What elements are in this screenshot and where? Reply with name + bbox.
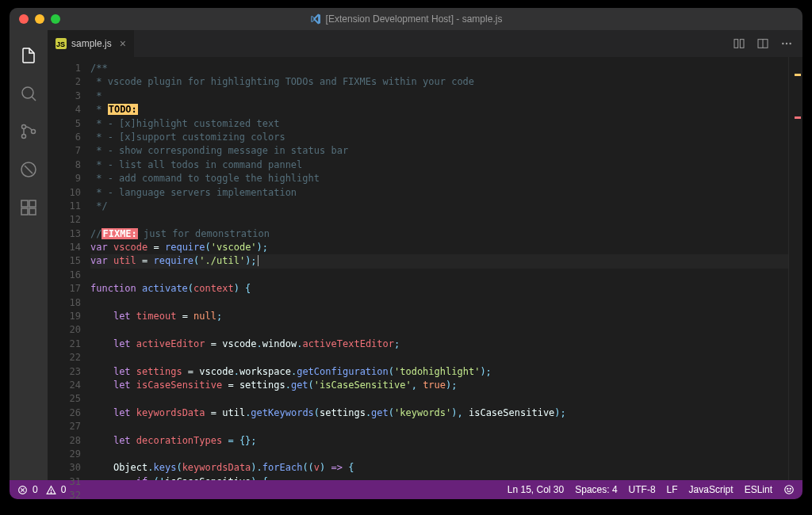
svg-point-0 [22,87,33,98]
minimap[interactable] [788,57,802,480]
titlebar[interactable]: [Extension Development Host] - sample.js [10,8,802,30]
line-number: 15 [48,254,81,268]
code-line[interactable]: let isCaseSensitive = settings.get('isCa… [90,379,788,392]
code-line[interactable]: * vscode plugin for highlighting TODOs a… [90,75,788,89]
maximize-window-button[interactable] [51,14,60,24]
code-line[interactable]: * - list all todos in command pannel [90,158,788,172]
line-number: 1 [48,62,81,75]
search-icon[interactable] [19,84,38,103]
line-number: 12 [48,213,81,227]
code-content[interactable]: /** * vscode plugin for highlighting TOD… [90,57,788,480]
split-editor-icon[interactable] [756,37,769,50]
svg-line-6 [25,166,33,174]
editor-area[interactable]: 1234567891011121314151617181920212223242… [48,57,802,480]
code-line[interactable]: let timeout = null; [90,310,788,323]
code-line[interactable] [90,351,788,364]
line-number: 28 [48,434,81,448]
compare-icon[interactable] [733,37,745,50]
code-line[interactable]: let decorationTypes = {}; [90,434,788,448]
code-line[interactable]: function activate(context) { [90,282,788,296]
minimap-mark [795,74,801,76]
code-line[interactable]: * [90,90,788,103]
vscode-window: [Extension Development Host] - sample.js [10,8,802,499]
status-linter[interactable]: ESLint [745,484,772,495]
code-line[interactable]: * - [x]support customizing colors [90,131,788,144]
close-tab-icon[interactable]: × [120,37,126,50]
more-actions-icon[interactable] [780,37,793,50]
status-cursor-position[interactable]: Ln 15, Col 30 [508,484,564,495]
tab-bar: JS sample.js × [48,30,802,57]
code-line[interactable] [90,296,788,310]
line-number: 2 [48,75,81,89]
line-number: 6 [48,131,81,144]
svg-point-25 [790,488,791,489]
svg-line-1 [32,97,36,101]
line-number: 23 [48,365,81,379]
code-line[interactable] [90,269,788,282]
status-encoding[interactable]: UTF-8 [629,484,656,495]
code-line[interactable]: * TODO: [90,103,788,116]
workbench-body: JS sample.js × 1234567891 [10,30,802,480]
line-number: 5 [48,117,81,131]
line-number: 14 [48,241,81,254]
code-line[interactable]: */ [90,200,788,213]
code-line[interactable]: //FIXME: just for demonstration [90,227,788,241]
close-window-button[interactable] [19,14,29,24]
code-line[interactable]: let keywordsData = util.getKeywords(sett… [90,406,788,420]
code-line[interactable] [90,323,788,337]
files-icon[interactable] [19,46,38,65]
code-line[interactable]: var vscode = require('vscode'); [90,241,788,254]
code-line[interactable]: var util = require('./util'); [90,254,788,268]
line-number: 24 [48,379,81,392]
svg-point-24 [787,488,788,489]
line-number: 22 [48,351,81,364]
line-number: 32 [48,489,81,499]
line-number: 26 [48,406,81,420]
code-line[interactable] [90,420,788,433]
code-line[interactable]: * - add command to toggle the highlight [90,172,788,185]
code-line[interactable]: * - show corresponding message in status… [90,144,788,158]
tab-sample-js[interactable]: JS sample.js × [48,30,135,57]
svg-rect-8 [21,208,28,215]
vscode-icon [310,13,321,25]
svg-point-23 [785,486,794,494]
code-line[interactable]: /** [90,62,788,75]
line-number: 13 [48,227,81,241]
status-language[interactable]: JavaScript [689,484,733,495]
feedback-icon[interactable] [783,484,795,495]
svg-rect-12 [740,40,744,48]
svg-point-15 [782,43,783,44]
line-number: 4 [48,103,81,116]
code-line[interactable]: let activeEditor = vscode.window.activeT… [90,338,788,351]
code-line[interactable]: Object.keys(keywordsData).forEach((v) =>… [90,461,788,475]
extensions-icon[interactable] [19,198,38,217]
svg-point-3 [22,135,26,139]
code-line[interactable] [90,448,788,461]
svg-point-17 [789,43,791,44]
line-number: 20 [48,323,81,337]
svg-point-2 [22,125,26,129]
line-number: 21 [48,338,81,351]
line-number: 27 [48,420,81,433]
error-icon [17,485,28,495]
line-number: 10 [48,186,81,200]
svg-point-16 [786,43,787,44]
editor-main: JS sample.js × 1234567891 [48,30,802,480]
code-line[interactable] [90,213,788,227]
line-number-gutter: 1234567891011121314151617181920212223242… [48,57,90,480]
source-control-icon[interactable] [19,122,38,141]
code-line[interactable]: * - [x]highlight customized text [90,117,788,131]
code-line[interactable]: if (!isCaseSensitive) { [90,475,788,480]
status-eol[interactable]: LF [667,484,678,495]
debug-icon[interactable] [19,160,38,179]
minimize-window-button[interactable] [35,14,44,24]
code-line[interactable]: let settings = vscode.workspace.getConfi… [90,365,788,379]
line-number: 7 [48,144,81,158]
javascript-file-icon: JS [56,38,67,49]
status-indentation[interactable]: Spaces: 4 [575,484,617,495]
line-number: 25 [48,392,81,406]
code-line[interactable]: * - language servers implementation [90,186,788,200]
code-line[interactable] [90,392,788,406]
line-number: 11 [48,200,81,213]
svg-point-4 [32,130,36,134]
